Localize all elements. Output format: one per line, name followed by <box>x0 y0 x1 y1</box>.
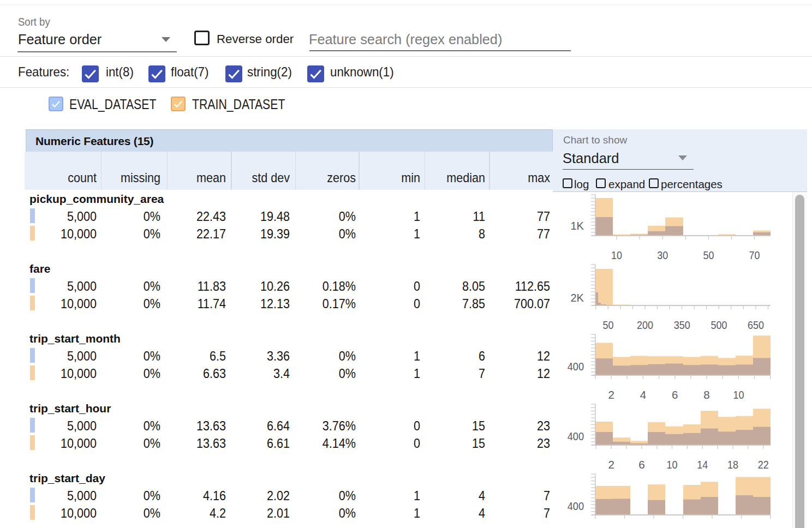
svg-text:400: 400 <box>568 500 584 512</box>
svg-text:6: 6 <box>638 458 644 471</box>
svg-text:50: 50 <box>602 319 613 331</box>
svg-text:650: 650 <box>748 319 764 331</box>
svg-text:10: 10 <box>733 388 744 401</box>
svg-text:18: 18 <box>727 458 738 471</box>
svg-text:22: 22 <box>758 458 769 471</box>
svg-text:10: 10 <box>667 458 678 471</box>
svg-text:2: 2 <box>608 458 614 471</box>
svg-text:14: 14 <box>697 458 708 471</box>
svg-text:2: 2 <box>608 388 614 401</box>
svg-text:400: 400 <box>568 360 584 373</box>
svg-text:8: 8 <box>703 388 709 401</box>
svg-text:500: 500 <box>710 319 727 331</box>
svg-text:350: 350 <box>674 319 690 331</box>
svg-text:50: 50 <box>703 249 714 261</box>
svg-text:6: 6 <box>672 388 678 401</box>
svg-text:30: 30 <box>657 249 668 261</box>
svg-text:400: 400 <box>568 430 584 442</box>
svg-text:2K: 2K <box>570 291 584 304</box>
svg-text:200: 200 <box>637 319 653 331</box>
svg-text:10: 10 <box>611 249 622 261</box>
svg-text:70: 70 <box>749 249 760 261</box>
svg-text:1K: 1K <box>570 219 584 232</box>
svg-text:4: 4 <box>640 388 646 401</box>
